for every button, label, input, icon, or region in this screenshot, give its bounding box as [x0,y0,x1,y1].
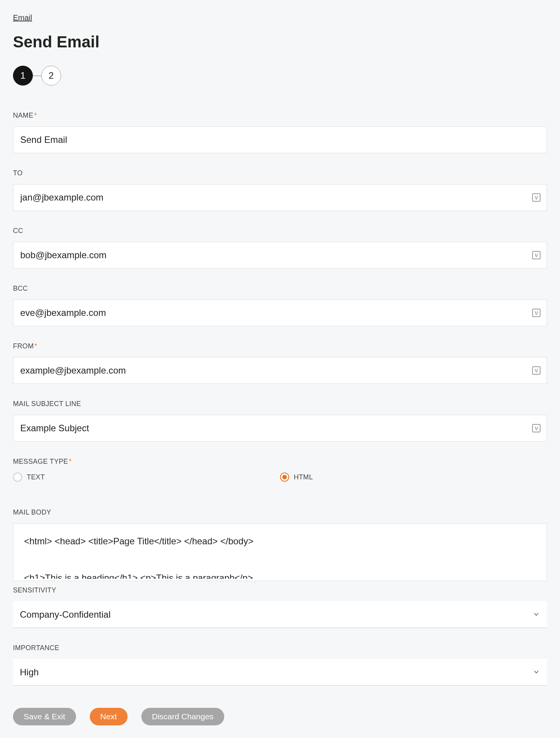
importance-select[interactable]: High [13,659,547,686]
name-label: NAME* [13,112,547,120]
from-field[interactable] [13,357,547,384]
svg-text:V: V [535,368,538,374]
step-1[interactable]: 1 [13,66,33,86]
bcc-label: BCC [13,285,547,293]
mail-body-label: MAIL BODY [13,508,547,516]
sensitivity-select[interactable]: Company-Confidential [13,601,547,628]
radio-label-html: HTML [294,473,313,481]
step-connector [33,76,41,76]
sensitivity-label: SENSITIVITY [13,586,547,594]
radio-circle-icon [13,473,22,482]
step-2[interactable]: 2 [41,66,61,86]
svg-text:V: V [535,310,538,316]
variable-icon[interactable]: V [531,250,542,261]
radio-circle-icon [280,473,289,482]
name-label-text: NAME [13,112,33,119]
required-asterisk: * [34,342,37,350]
cc-field[interactable] [13,242,547,269]
svg-text:V: V [535,426,538,431]
required-asterisk: * [34,112,37,119]
stepper: 1 2 [13,66,547,86]
cc-label: CC [13,227,547,235]
required-asterisk: * [69,458,71,465]
from-label-text: FROM [13,342,34,350]
next-button[interactable]: Next [90,708,128,725]
radio-message-type-html[interactable]: HTML [280,473,547,482]
mail-body-field[interactable] [13,524,547,579]
subject-label: MAIL SUBJECT LINE [13,400,547,408]
importance-label: IMPORTANCE [13,644,547,652]
to-label: TO [13,169,547,177]
from-label: FROM* [13,342,547,350]
message-type-label-text: MESSAGE TYPE [13,458,68,465]
name-field[interactable] [13,126,547,153]
subject-field[interactable] [13,415,547,442]
page-title: Send Email [13,33,547,51]
sensitivity-value: Company-Confidential [20,609,110,620]
variable-icon[interactable]: V [531,365,542,376]
variable-icon[interactable]: V [531,423,542,434]
radio-message-type-text[interactable]: TEXT [13,473,280,482]
variable-icon[interactable]: V [531,308,542,318]
svg-text:V: V [535,195,538,201]
bcc-field[interactable] [13,299,547,326]
svg-text:V: V [535,252,538,258]
importance-value: High [20,667,39,678]
radio-label-text: TEXT [27,473,45,481]
discard-changes-button[interactable]: Discard Changes [141,708,224,725]
to-field[interactable] [13,184,547,211]
save-exit-button[interactable]: Save & Exit [13,708,76,725]
breadcrumb-email[interactable]: Email [13,13,32,22]
variable-icon[interactable]: V [531,192,542,203]
message-type-label: MESSAGE TYPE* [13,458,547,466]
